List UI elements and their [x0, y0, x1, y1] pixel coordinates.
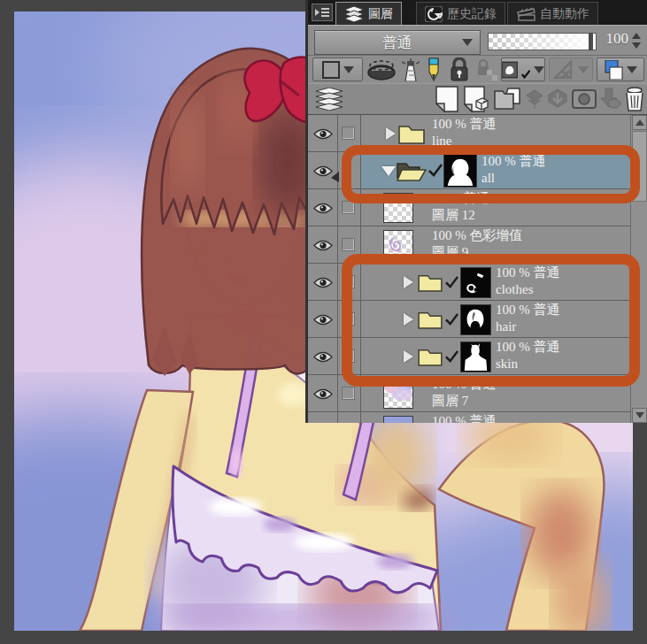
layer-color-icon — [604, 60, 623, 80]
tab-history[interactable]: 歷史記錄 — [416, 2, 505, 25]
layers-stack-icon — [316, 88, 343, 111]
lock-icon — [449, 58, 470, 81]
expand-triangle-icon[interactable] — [386, 127, 396, 140]
visibility-eye-icon[interactable] — [313, 127, 333, 144]
lock-transparent-icon — [475, 58, 498, 81]
transfer-to-below-button[interactable] — [523, 86, 545, 112]
create-layer-mask-button[interactable] — [571, 86, 597, 112]
lock-transparent-pixels-button[interactable] — [474, 58, 499, 81]
panel-menu-icon — [315, 7, 329, 18]
layer-blend-label: 100 % 色彩增值 — [432, 227, 523, 244]
layer-row-partial[interactable]: 100 % 普通 — [308, 412, 630, 423]
clipping-icon — [366, 59, 397, 80]
palette-color-icon — [322, 61, 340, 79]
ruler-range-button[interactable] — [549, 58, 593, 81]
layer-color-button[interactable] — [597, 58, 644, 81]
tab-layers-label: 圖層 — [368, 6, 393, 22]
apply-mask-icon — [598, 88, 621, 111]
lock-layer-button[interactable] — [446, 58, 473, 81]
layer-name-label: 圖層 12 — [432, 207, 489, 224]
spinner-down-icon[interactable] — [632, 42, 641, 49]
layer-mask-icon — [572, 89, 597, 109]
opacity-spinner[interactable] — [632, 33, 643, 50]
layer-stack-icon[interactable] — [313, 86, 345, 112]
visibility-eye-icon[interactable] — [313, 165, 333, 181]
visibility-eye-icon[interactable] — [313, 202, 333, 218]
set-reference-layer-button[interactable] — [399, 58, 422, 81]
palette-menu-button[interactable] — [312, 4, 333, 21]
blend-mode-dropdown[interactable]: 普通 — [314, 30, 481, 55]
blend-mode-value: 普通 — [382, 33, 412, 53]
ruler-icon — [553, 60, 574, 80]
opacity-slider-handle[interactable] — [589, 33, 593, 50]
chevron-down-icon — [627, 66, 637, 73]
layer-info: 100 % 普通 — [432, 413, 497, 423]
tab-layers[interactable]: 圖層 — [335, 2, 402, 25]
scroll-down-button[interactable] — [632, 408, 647, 423]
visibility-eye-icon[interactable] — [313, 276, 333, 293]
app-window: { "panel": { "tabs": [ {"label": "圖層", "… — [0, 0, 647, 644]
annotation-box-all-layer — [342, 145, 640, 203]
merge-down-icon — [547, 88, 568, 110]
enable-mask-icon — [502, 61, 518, 79]
merge-with-below-button[interactable] — [546, 86, 569, 112]
layer-thumbnail[interactable] — [383, 416, 413, 423]
trash-icon — [624, 87, 645, 111]
chevron-down-icon — [534, 66, 544, 73]
new-layer-folder-button[interactable] — [492, 86, 522, 112]
new-folder-icon — [494, 88, 520, 111]
palette-tab-bar: 圖層 歷史記錄 自動動作 — [308, 0, 647, 25]
history-icon — [425, 6, 443, 22]
chevron-down-icon — [578, 66, 589, 73]
new-vector-layer-button[interactable] — [462, 86, 490, 112]
folder-closed-icon — [398, 123, 425, 144]
layer-checkbox[interactable] — [342, 126, 355, 140]
eye-column-divider — [337, 115, 338, 423]
change-palette-color-button[interactable] — [312, 58, 363, 81]
enable-mask-button[interactable] — [501, 58, 545, 81]
auto-action-icon — [516, 7, 535, 21]
tab-auto-action[interactable]: 自動動作 — [507, 2, 598, 25]
tab-history-label: 歷史記錄 — [447, 6, 497, 22]
clip-to-layer-below-button[interactable] — [365, 58, 398, 81]
opacity-slider[interactable] — [488, 33, 597, 50]
spinner-up-icon[interactable] — [632, 33, 641, 39]
transfer-down-icon — [525, 88, 544, 110]
visibility-eye-icon[interactable] — [313, 313, 333, 330]
pencil-icon — [427, 58, 441, 81]
tab-auto-action-label: 自動動作 — [540, 6, 589, 22]
editing-layer-indicator — [331, 172, 339, 182]
check-icon — [521, 69, 531, 80]
visibility-eye-icon[interactable] — [313, 387, 333, 404]
scroll-up-icon — [635, 119, 644, 126]
lighthouse-icon — [401, 58, 420, 81]
layer-blend-label: 100 % 普通 — [432, 413, 497, 423]
layer-checkbox[interactable] — [342, 387, 355, 400]
new-vector-layer-icon — [464, 86, 489, 112]
layer-tool-row — [308, 55, 647, 83]
layer-command-row — [308, 83, 647, 115]
layer-blend-label: 100 % 普通 — [432, 116, 497, 133]
layer-checkbox[interactable] — [342, 238, 355, 251]
scroll-down-icon — [635, 412, 644, 418]
set-draft-layer-button[interactable] — [423, 58, 444, 81]
blend-opacity-row: 普通 100 — [308, 25, 647, 55]
chevron-down-icon — [343, 66, 354, 73]
visibility-eye-icon[interactable] — [313, 239, 333, 256]
chevron-down-icon — [462, 39, 473, 46]
delete-layer-button[interactable] — [621, 86, 647, 112]
scroll-up-button[interactable] — [632, 115, 647, 130]
visibility-eye-icon[interactable] — [313, 350, 333, 367]
layer-name-label: 圖層 7 — [432, 393, 497, 410]
opacity-value: 100 — [598, 30, 628, 48]
new-raster-layer-button[interactable] — [433, 86, 461, 112]
layers-icon — [344, 6, 364, 22]
annotation-box-part-folders — [342, 254, 640, 387]
apply-mask-button[interactable] — [598, 86, 621, 112]
new-layer-icon — [435, 86, 458, 112]
